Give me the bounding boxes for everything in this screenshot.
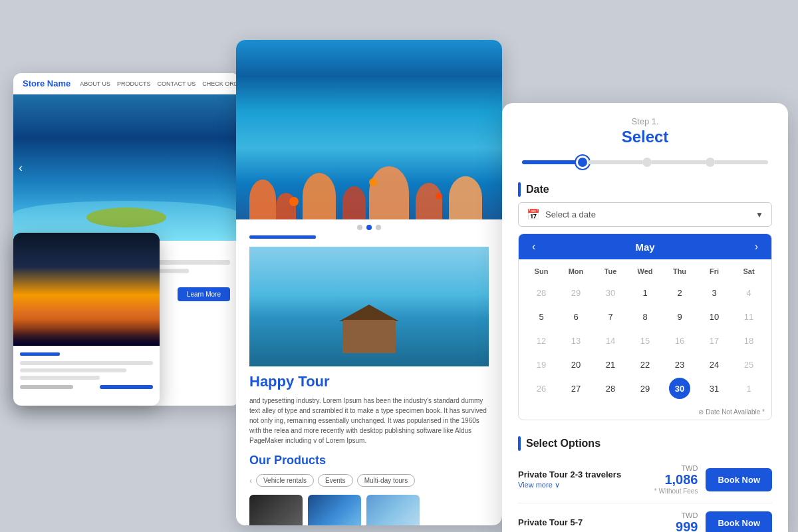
nav-products[interactable]: PRODUCTS xyxy=(117,80,151,87)
cal-cell-23[interactable]: 23 xyxy=(669,354,690,375)
cal-cell-29-prev[interactable]: 29 xyxy=(565,282,587,303)
day-mon: Mon xyxy=(559,265,593,278)
coral-image xyxy=(236,40,502,219)
cal-cell-6[interactable]: 6 xyxy=(565,306,587,327)
nav-contact[interactable]: CONTACT US xyxy=(158,80,196,87)
product-thumb-2[interactable] xyxy=(308,495,361,525)
option-viewmore-1[interactable]: View more ∨ xyxy=(518,481,654,489)
cal-cell-12[interactable]: 12 xyxy=(531,330,552,351)
cal-cell-1-next[interactable]: 1 xyxy=(738,378,759,399)
cal-cell-18[interactable]: 18 xyxy=(738,330,759,351)
cal-cell-30-today[interactable]: 30 xyxy=(669,378,690,399)
coral-4 xyxy=(342,186,366,219)
tour-section: Happy Tour and typesetting industry. Lor… xyxy=(236,235,502,525)
coral-layer xyxy=(236,133,502,219)
cal-week-3: 12 13 14 15 16 17 18 xyxy=(524,329,766,352)
filter-vehicle[interactable]: Vehicle rentals xyxy=(256,474,314,487)
cal-cell-24[interactable]: 24 xyxy=(704,354,725,375)
cal-cell-10[interactable]: 10 xyxy=(704,306,725,327)
cal-week-4: 19 20 21 22 23 24 25 xyxy=(524,352,766,376)
cal-cell-1[interactable]: 1 xyxy=(634,282,656,303)
coral-6 xyxy=(416,183,442,219)
carousel-prev-icon[interactable]: ‹ xyxy=(19,161,23,175)
cal-cell-29[interactable]: 29 xyxy=(634,378,656,399)
calendar-grid: Sun Mon Tue Wed Thu Fri Sat 28 29 30 1 2… xyxy=(519,259,771,406)
day-fri: Fri xyxy=(697,265,732,278)
cal-cell-8[interactable]: 8 xyxy=(634,306,656,327)
city-line-1 xyxy=(20,361,153,365)
progress-dot-active xyxy=(576,156,589,169)
cal-cell-17[interactable]: 17 xyxy=(704,330,725,351)
section-border-date xyxy=(518,182,521,197)
cal-cell-5[interactable]: 5 xyxy=(531,306,552,327)
section-header-date: Date xyxy=(518,182,772,197)
cal-cell-30-prev[interactable]: 30 xyxy=(600,282,621,303)
filter-prev-icon[interactable]: ‹ xyxy=(249,476,252,485)
option-info-1: Private Tour 2-3 travelers View more ∨ xyxy=(518,469,654,489)
option-price-1: 1,086 xyxy=(654,472,698,487)
calendar-icon: 📅 xyxy=(527,208,540,221)
option-name-2: Private Tour 5-7 xyxy=(518,517,676,527)
section-header-options: Select Options xyxy=(518,436,772,451)
nav-check-order[interactable]: CHECK ORDER xyxy=(202,80,239,87)
cal-cell-28-prev[interactable]: 28 xyxy=(531,282,552,303)
cal-cell-11[interactable]: 11 xyxy=(738,306,759,327)
city-card xyxy=(13,233,160,406)
dot-2[interactable] xyxy=(366,225,372,230)
day-thu: Thu xyxy=(662,265,697,278)
date-select-dropdown[interactable]: 📅 Select a date ▼ xyxy=(518,202,772,227)
cal-cell-9[interactable]: 9 xyxy=(669,306,690,327)
step-title: Select xyxy=(522,128,768,146)
section-title-options: Select Options xyxy=(526,438,600,450)
cal-cell-3[interactable]: 3 xyxy=(704,282,725,303)
dot-3[interactable] xyxy=(376,225,381,230)
cal-cell-20[interactable]: 20 xyxy=(565,354,587,375)
store-brand: Store Name xyxy=(23,78,70,88)
coral-3 xyxy=(303,173,336,219)
cal-cell-31[interactable]: 31 xyxy=(704,378,725,399)
cal-cell-19[interactable]: 19 xyxy=(531,354,552,375)
city-blue-bar xyxy=(20,352,60,356)
cal-cell-27[interactable]: 27 xyxy=(565,378,587,399)
day-wed: Wed xyxy=(628,265,662,278)
product-thumb-1[interactable]: ✕ SOLD OUT xyxy=(249,495,303,525)
cal-cell-21[interactable]: 21 xyxy=(600,354,621,375)
progress-empty-2 xyxy=(652,160,706,164)
filter-events[interactable]: Events xyxy=(318,474,353,487)
city-btn-gray xyxy=(20,385,73,389)
dot-1[interactable] xyxy=(357,225,362,230)
bungalow-roof xyxy=(339,305,399,321)
store-hero-image: ‹ xyxy=(13,94,239,241)
progress-section: Step 1. Select xyxy=(502,103,788,176)
filter-multiday[interactable]: Multi-day tours xyxy=(357,474,416,487)
product-thumb-3[interactable] xyxy=(366,495,420,525)
cal-cell-7[interactable]: 7 xyxy=(600,306,621,327)
cal-week-2: 5 6 7 8 9 10 11 xyxy=(524,305,766,329)
cal-next-button[interactable]: › xyxy=(752,241,761,253)
cal-cell-28[interactable]: 28 xyxy=(600,378,621,399)
nav-about[interactable]: ABOUT US xyxy=(80,80,110,87)
city-btn-blue xyxy=(100,385,153,389)
cal-cell-26[interactable]: 26 xyxy=(531,378,552,399)
cal-cell-2[interactable]: 2 xyxy=(669,282,690,303)
cal-cell-22[interactable]: 22 xyxy=(634,354,656,375)
option-info-2: Private Tour 5-7 xyxy=(518,517,676,529)
cal-legend: ⊘ Date Not Available * xyxy=(519,406,771,420)
store-cta-button[interactable]: Learn More xyxy=(178,287,230,301)
cal-cell-14[interactable]: 14 xyxy=(600,330,621,351)
cal-cell-4[interactable]: 4 xyxy=(738,282,759,303)
book-now-button-2[interactable]: Book Now xyxy=(706,511,772,532)
option-item-1: Private Tour 2-3 travelers View more ∨ T… xyxy=(518,456,772,503)
cal-cell-15[interactable]: 15 xyxy=(634,330,656,351)
tour-blue-bar xyxy=(249,235,316,239)
progress-filled xyxy=(522,160,576,164)
coral-7 xyxy=(449,176,482,219)
cal-week-1: 28 29 30 1 2 3 4 xyxy=(524,281,766,305)
cal-cell-16[interactable]: 16 xyxy=(669,330,690,351)
cal-cell-13[interactable]: 13 xyxy=(565,330,587,351)
cal-prev-button[interactable]: ‹ xyxy=(529,241,538,253)
cal-cell-25[interactable]: 25 xyxy=(738,354,759,375)
fish-1 xyxy=(289,197,299,206)
section-title-date: Date xyxy=(526,184,549,196)
book-now-button-1[interactable]: Book Now xyxy=(706,468,772,491)
